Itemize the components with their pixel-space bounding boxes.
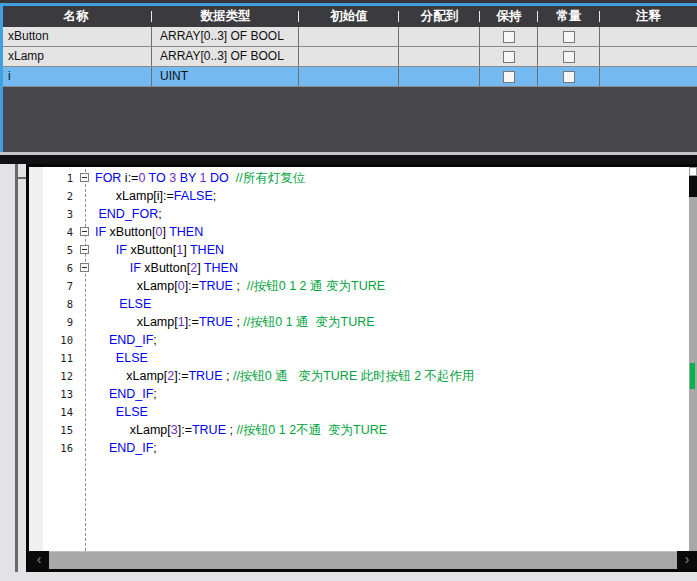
code-text: ELSE bbox=[95, 349, 148, 367]
vertical-scrollbar[interactable] bbox=[689, 167, 697, 551]
line-number: 2 bbox=[29, 190, 77, 202]
code-line-3[interactable]: 3 END_FOR; bbox=[29, 205, 689, 223]
scroll-position-marker bbox=[690, 363, 695, 389]
code-lines: 1FOR i:=0 TO 3 BY 1 DO //所有灯复位2 xLamp[i]… bbox=[29, 169, 689, 551]
code-area[interactable]: 1FOR i:=0 TO 3 BY 1 DO //所有灯复位2 xLamp[i]… bbox=[29, 167, 689, 551]
header-divider bbox=[479, 11, 480, 22]
scroll-up-button[interactable] bbox=[689, 176, 697, 197]
code-line-7[interactable]: 7 xLamp[0]:=TRUE ; //按钮0 1 2 通 变为TURE bbox=[29, 277, 689, 295]
table-top-border bbox=[0, 3, 697, 6]
column-header-7[interactable]: 注释 bbox=[600, 6, 697, 27]
code-line-10[interactable]: 10 END_IF; bbox=[29, 331, 689, 349]
name-cell: i bbox=[0, 67, 152, 86]
constant-checkbox[interactable] bbox=[563, 31, 575, 43]
table-header-row: 名称数据类型初始值分配到保持常量注释 bbox=[0, 6, 697, 27]
code-line-13[interactable]: 13 END_IF; bbox=[29, 385, 689, 403]
code-line-9[interactable]: 9 xLamp[1]:=TRUE ; //按钮0 1 通 变为TURE bbox=[29, 313, 689, 331]
code-text: xLamp[3]:=TRUE ; //按钮0 1 2不通 变为TURE bbox=[95, 421, 387, 439]
scroll-left-button[interactable]: ‹ bbox=[29, 551, 49, 569]
retain-checkbox[interactable] bbox=[503, 31, 515, 43]
table-row-xButton[interactable]: xButtonARRAY[0..3] OF BOOL bbox=[0, 27, 697, 47]
vertical-splitter[interactable] bbox=[15, 164, 18, 572]
constant-cell bbox=[538, 67, 600, 86]
header-divider bbox=[298, 11, 299, 22]
fold-margin bbox=[77, 367, 95, 385]
variable-declaration-table: 名称数据类型初始值分配到保持常量注释 xButtonARRAY[0..3] OF… bbox=[0, 0, 697, 152]
name-cell: xLamp bbox=[0, 47, 152, 66]
assign-cell bbox=[399, 47, 480, 66]
type-cell: ARRAY[0..3] OF BOOL bbox=[152, 47, 299, 66]
column-header-1[interactable]: 名称 bbox=[0, 6, 152, 27]
st-code-editor: 1FOR i:=0 TO 3 BY 1 DO //所有灯复位2 xLamp[i]… bbox=[26, 164, 697, 572]
line-number: 1 bbox=[29, 172, 77, 184]
constant-checkbox[interactable] bbox=[563, 51, 575, 63]
retain-checkbox[interactable] bbox=[503, 51, 515, 63]
retain-cell bbox=[480, 47, 538, 66]
fold-margin bbox=[77, 241, 95, 259]
code-line-12[interactable]: 12 xLamp[2]:=TRUE ; //按钮0 通 变为TURE 此时按钮 … bbox=[29, 367, 689, 385]
line-number: 5 bbox=[29, 244, 77, 256]
code-line-11[interactable]: 11 ELSE bbox=[29, 349, 689, 367]
code-text: ELSE bbox=[95, 403, 148, 421]
code-line-16[interactable]: 16 END_IF; bbox=[29, 439, 689, 457]
code-line-1[interactable]: 1FOR i:=0 TO 3 BY 1 DO //所有灯复位 bbox=[29, 169, 689, 187]
code-text: xLamp[2]:=TRUE ; //按钮0 通 变为TURE 此时按钮 2 不… bbox=[95, 367, 475, 385]
column-header-3[interactable]: 初始值 bbox=[299, 6, 399, 27]
fold-collapse-icon[interactable] bbox=[80, 227, 89, 236]
line-number: 10 bbox=[29, 334, 77, 346]
scroll-right-button[interactable]: › bbox=[677, 551, 697, 569]
code-text: xLamp[i]:=FALSE; bbox=[95, 187, 216, 205]
code-line-5[interactable]: 5 IF xButton[1] THEN bbox=[29, 241, 689, 259]
constant-cell bbox=[538, 27, 600, 46]
fold-margin bbox=[77, 349, 95, 367]
line-number: 9 bbox=[29, 316, 77, 328]
column-header-4[interactable]: 分配到 bbox=[399, 6, 480, 27]
fold-margin bbox=[77, 187, 95, 205]
scrollbar-split-button[interactable] bbox=[689, 167, 697, 176]
comment-cell bbox=[600, 27, 697, 46]
code-line-4[interactable]: 4IF xButton[0] THEN bbox=[29, 223, 689, 241]
fold-collapse-icon[interactable] bbox=[80, 263, 89, 272]
code-line-6[interactable]: 6 IF xButton[2] THEN bbox=[29, 259, 689, 277]
line-number: 12 bbox=[29, 370, 77, 382]
line-number: 7 bbox=[29, 280, 77, 292]
header-divider bbox=[398, 11, 399, 22]
retain-cell bbox=[480, 27, 538, 46]
code-line-2[interactable]: 2 xLamp[i]:=FALSE; bbox=[29, 187, 689, 205]
line-number: 15 bbox=[29, 424, 77, 436]
fold-margin bbox=[77, 439, 95, 457]
column-header-2[interactable]: 数据类型 bbox=[152, 6, 299, 27]
constant-checkbox[interactable] bbox=[563, 71, 575, 83]
table-left-border bbox=[0, 3, 3, 152]
header-divider bbox=[537, 11, 538, 22]
column-header-6[interactable]: 常量 bbox=[538, 6, 600, 27]
code-text: IF xButton[0] THEN bbox=[95, 223, 203, 241]
fold-collapse-icon[interactable] bbox=[80, 173, 89, 182]
code-line-14[interactable]: 14 ELSE bbox=[29, 403, 689, 421]
fold-margin bbox=[77, 223, 95, 241]
line-number: 13 bbox=[29, 388, 77, 400]
fold-margin bbox=[77, 403, 95, 421]
fold-collapse-icon[interactable] bbox=[80, 245, 89, 254]
code-line-15[interactable]: 15 xLamp[3]:=TRUE ; //按钮0 1 2不通 变为TURE bbox=[29, 421, 689, 439]
horizontal-scroll-track[interactable] bbox=[49, 551, 677, 569]
code-text: IF xButton[2] THEN bbox=[95, 259, 238, 277]
retain-checkbox[interactable] bbox=[503, 71, 515, 83]
panel-separator-dark[interactable] bbox=[0, 155, 697, 164]
code-line-8[interactable]: 8 ELSE bbox=[29, 295, 689, 313]
column-header-5[interactable]: 保持 bbox=[480, 6, 538, 27]
fold-margin bbox=[77, 295, 95, 313]
name-cell: xButton bbox=[0, 27, 152, 46]
init-value-cell bbox=[299, 27, 399, 46]
table-row-xLamp[interactable]: xLampARRAY[0..3] OF BOOL bbox=[0, 47, 697, 67]
code-text: xLamp[0]:=TRUE ; //按钮0 1 2 通 变为TURE bbox=[95, 277, 385, 295]
type-cell: UINT bbox=[152, 67, 299, 86]
code-text: END_IF; bbox=[95, 331, 157, 349]
assign-cell bbox=[399, 67, 480, 86]
code-text: FOR i:=0 TO 3 BY 1 DO //所有灯复位 bbox=[95, 169, 305, 187]
code-text: IF xButton[1] THEN bbox=[95, 241, 224, 259]
horizontal-scrollbar[interactable]: ‹ › bbox=[29, 551, 697, 569]
plc-ide-screen: 名称数据类型初始值分配到保持常量注释 xButtonARRAY[0..3] OF… bbox=[0, 0, 697, 581]
code-text: END_IF; bbox=[95, 439, 157, 457]
table-row-i[interactable]: iUINT bbox=[0, 67, 697, 87]
